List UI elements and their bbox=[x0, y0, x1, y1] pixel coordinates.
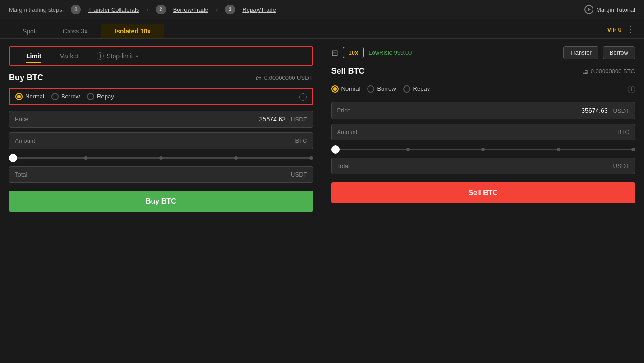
margin-steps-label: Margin trading steps: bbox=[9, 6, 64, 13]
buy-wallet-icon: 🗂 bbox=[255, 74, 262, 82]
buy-panel: Limit Market i Stop-limit ▾ Buy BTC 🗂 0.… bbox=[9, 46, 322, 212]
vip-badge: VIP 0 bbox=[607, 26, 621, 33]
buy-slider-track bbox=[9, 157, 313, 159]
buy-radio-repay-circle bbox=[87, 93, 94, 100]
order-type-box: Limit Market i Stop-limit ▾ bbox=[9, 46, 313, 66]
buy-amount-label: Amount bbox=[15, 137, 35, 144]
sell-radio-group: Normal Borrow Repay i bbox=[331, 81, 635, 97]
vip-area: VIP 0 ⋮ bbox=[607, 24, 635, 38]
tab-stoplimit[interactable]: i Stop-limit ▾ bbox=[87, 50, 147, 62]
buy-total-label: Total bbox=[15, 171, 27, 178]
nav-sep-1: › bbox=[146, 5, 148, 14]
sell-total-label: Total bbox=[337, 163, 350, 169]
buy-radio-info-icon: i bbox=[299, 93, 307, 101]
sell-normal-label: Normal bbox=[341, 85, 360, 92]
buy-radio-normal[interactable]: Normal bbox=[15, 93, 44, 100]
buy-slider-handle[interactable] bbox=[9, 154, 17, 162]
sell-price-value-area: 35674.63 USDT bbox=[581, 107, 629, 114]
tab-market[interactable]: Market bbox=[50, 50, 87, 62]
step2-num: 2 bbox=[156, 5, 166, 14]
controls-bar: ⊟ 10x LowRisk: 999.00 Transfer Borrow bbox=[331, 46, 635, 59]
buy-radio-normal-circle bbox=[15, 93, 23, 100]
mode-tabs: Spot Cross 3x Isolated 10x VIP 0 ⋮ bbox=[0, 19, 644, 39]
buy-normal-label: Normal bbox=[25, 93, 44, 100]
tutorial-label: Margin Tutorial bbox=[596, 6, 635, 13]
sell-radio-borrow-circle bbox=[367, 85, 374, 93]
stoplimit-dropdown-icon: ▾ bbox=[136, 54, 138, 59]
sell-price-value: 35674.63 bbox=[581, 107, 607, 114]
tab-isolated[interactable]: Isolated 10x bbox=[101, 24, 164, 38]
sell-radio-normal-circle bbox=[331, 85, 339, 93]
more-options-icon[interactable]: ⋮ bbox=[627, 24, 635, 34]
buy-slider-dots bbox=[9, 156, 313, 160]
buy-price-field[interactable]: Price 35674.63 USDT bbox=[9, 111, 313, 128]
buy-price-label: Price bbox=[15, 116, 28, 122]
sell-repay-label: Repay bbox=[413, 85, 430, 92]
top-nav: Margin trading steps: 1 Transfer Collate… bbox=[0, 0, 644, 19]
step1-num: 1 bbox=[71, 5, 81, 14]
buy-slider-dot-75 bbox=[234, 156, 238, 160]
sell-radio-borrow[interactable]: Borrow bbox=[367, 85, 396, 93]
buy-repay-label: Repay bbox=[97, 93, 114, 100]
buy-button[interactable]: Buy BTC bbox=[9, 191, 313, 212]
tutorial-button[interactable]: Margin Tutorial bbox=[584, 5, 635, 14]
sell-radio-info-icon: i bbox=[628, 85, 635, 93]
sell-amount-label: Amount bbox=[337, 129, 358, 135]
buy-total-field[interactable]: Total USDT bbox=[9, 166, 313, 183]
sell-slider-dot-25 bbox=[406, 148, 410, 151]
sell-slider-dots bbox=[331, 148, 635, 151]
buy-slider-dot-50 bbox=[159, 156, 163, 160]
buy-price-unit: USDT bbox=[291, 116, 307, 123]
low-risk-value: 999.00 bbox=[394, 49, 412, 56]
buy-total-unit: USDT bbox=[291, 171, 307, 178]
sell-radio-normal[interactable]: Normal bbox=[331, 85, 360, 93]
sell-pair-title: Sell BTC bbox=[331, 66, 365, 76]
trading-area: Limit Market i Stop-limit ▾ Buy BTC 🗂 0.… bbox=[0, 39, 644, 219]
borrow-button[interactable]: Borrow bbox=[603, 46, 635, 59]
sell-total-field[interactable]: Total USDT bbox=[331, 158, 635, 174]
step3-num: 3 bbox=[225, 5, 235, 14]
sell-slider-track bbox=[331, 149, 635, 150]
buy-borrow-label: Borrow bbox=[61, 93, 80, 100]
play-icon bbox=[584, 5, 593, 14]
buy-slider-dot-25 bbox=[84, 156, 87, 160]
sell-button[interactable]: Sell BTC bbox=[331, 182, 635, 203]
sell-total-unit: USDT bbox=[613, 163, 629, 169]
isolated-leverage: 10x bbox=[140, 28, 151, 35]
sell-wallet-icon: 🗂 bbox=[582, 68, 588, 75]
buy-radio-repay[interactable]: Repay bbox=[87, 93, 114, 100]
buy-slider-container[interactable] bbox=[9, 154, 313, 166]
sell-slider-handle[interactable] bbox=[331, 145, 340, 154]
sell-slider-dot-100 bbox=[631, 148, 635, 151]
sell-radio-repay[interactable]: Repay bbox=[403, 85, 430, 93]
sell-pair-header: Sell BTC 🗂 0.00000000 BTC bbox=[331, 66, 635, 76]
sell-slider-dot-50 bbox=[481, 148, 485, 151]
buy-amount-field[interactable]: Amount BTC bbox=[9, 132, 313, 149]
step1-link[interactable]: Transfer Collaterals bbox=[88, 6, 139, 13]
sell-price-field[interactable]: Price 35674.63 USDT bbox=[331, 102, 635, 119]
buy-balance-info: 🗂 0.00000000 USDT bbox=[255, 74, 313, 82]
buy-amount-unit: BTC bbox=[295, 137, 307, 144]
buy-radio-borrow-circle bbox=[51, 93, 59, 100]
stoplimit-info-icon: i bbox=[97, 52, 104, 60]
buy-pair-header: Buy BTC 🗂 0.00000000 USDT bbox=[9, 73, 313, 83]
calculator-icon[interactable]: ⊟ bbox=[331, 48, 338, 58]
leverage-button[interactable]: 10x bbox=[343, 47, 364, 58]
tab-cross[interactable]: Cross 3x bbox=[49, 24, 101, 38]
tab-spot[interactable]: Spot bbox=[9, 24, 49, 38]
step3-link[interactable]: Repay/Trade bbox=[242, 6, 276, 13]
sell-radio-repay-circle bbox=[403, 85, 410, 93]
sell-slider-container[interactable] bbox=[331, 145, 635, 158]
sell-amount-field[interactable]: Amount BTC bbox=[331, 124, 635, 140]
step2-link[interactable]: Borrow/Trade bbox=[173, 6, 208, 13]
sell-slider-dot-75 bbox=[557, 148, 560, 151]
sell-amount-unit: BTC bbox=[617, 129, 629, 135]
sell-borrow-label: Borrow bbox=[377, 85, 396, 92]
nav-sep-2: › bbox=[216, 5, 218, 14]
buy-radio-borrow[interactable]: Borrow bbox=[51, 93, 80, 100]
sell-price-label: Price bbox=[337, 107, 351, 114]
buy-slider-dot-100 bbox=[309, 156, 313, 160]
buy-price-value: 35674.63 bbox=[259, 116, 285, 123]
tab-limit[interactable]: Limit bbox=[17, 50, 50, 62]
transfer-button[interactable]: Transfer bbox=[563, 46, 598, 59]
